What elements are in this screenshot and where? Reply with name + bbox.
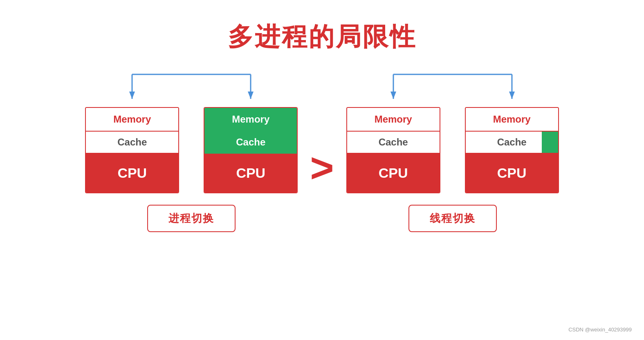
svg-marker-8: [390, 92, 396, 99]
cpu-label-2: CPU: [204, 154, 297, 192]
memory-label-2: Memory: [204, 108, 297, 132]
process-block-1: Memory Cache CPU: [85, 107, 179, 193]
process-arrows: [85, 70, 298, 107]
cache-label-1: Cache: [86, 132, 178, 154]
process-switch-label: 进程切换: [147, 205, 236, 232]
cpu-label-4: CPU: [466, 154, 558, 192]
svg-marker-9: [509, 92, 515, 99]
thread-switch-section: Memory Cache CPU Memory Cache CPU 线程切换: [346, 70, 559, 232]
cpu-label-1: CPU: [86, 154, 178, 192]
memory-label-1: Memory: [86, 108, 178, 132]
process-switch-section: Memory Cache CPU Memory Cache CPU 进程切换: [85, 70, 298, 232]
cache-label-3: Cache: [347, 132, 440, 154]
thread-switch-label: 线程切换: [408, 205, 497, 232]
green-cache-indicator: [542, 132, 558, 153]
cache-label-2: Cache: [204, 132, 297, 154]
thread-diagrams: Memory Cache CPU Memory Cache CPU: [346, 107, 559, 193]
process-diagrams: Memory Cache CPU Memory Cache CPU: [85, 107, 298, 193]
greater-than-sign: >: [298, 147, 346, 188]
thread-block-2: Memory Cache CPU: [465, 107, 559, 193]
thread-block-1: Memory Cache CPU: [346, 107, 440, 193]
watermark: CSDN @weixin_40293999: [568, 327, 632, 333]
cpu-label-3: CPU: [347, 154, 440, 192]
svg-marker-4: [248, 92, 254, 99]
page-title: 多进程的局限性: [0, 0, 644, 54]
cache-label-4: Cache: [466, 132, 558, 154]
svg-marker-3: [129, 92, 135, 99]
memory-label-4: Memory: [466, 108, 558, 132]
memory-label-3: Memory: [347, 108, 440, 132]
thread-arrows: [346, 70, 559, 107]
process-block-2: Memory Cache CPU: [204, 107, 298, 193]
